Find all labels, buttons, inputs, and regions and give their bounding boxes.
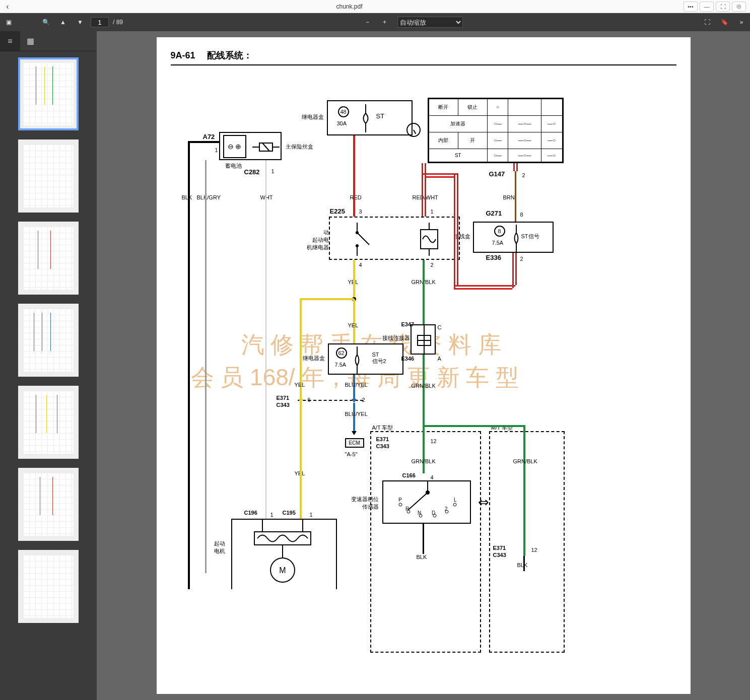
- wire-grnblk-4: GRN/BLK: [513, 458, 537, 464]
- thumbnail-4[interactable]: [18, 304, 79, 377]
- pin-c195-1: 1: [310, 512, 313, 518]
- svg-text:2: 2: [445, 506, 448, 512]
- ign-row-3a: 内部: [429, 132, 458, 149]
- page-total: / 89: [113, 19, 123, 26]
- wire-blk-mt: BLK: [517, 562, 528, 568]
- maximize-button[interactable]: ⛶: [716, 2, 730, 12]
- svg-text:P: P: [398, 497, 402, 503]
- pin-e371-12b: 12: [531, 547, 537, 553]
- sidebar: ≡ ▦: [0, 31, 97, 700]
- wire-brn: BRN: [503, 194, 515, 200]
- thumbnail-1[interactable]: [18, 57, 79, 130]
- thumbnails-tab[interactable]: ≡: [0, 31, 20, 51]
- tools-button[interactable]: »: [733, 13, 750, 31]
- ignition-table: 断开锁止○ 加速器○——○——○ 内部开○——○——○ ST○——○——○: [428, 98, 564, 163]
- starter-motor-label: 起动 电机: [214, 540, 225, 555]
- pin-g147-2: 2: [522, 172, 525, 178]
- relay-box-top-label: 继电器盒: [302, 113, 324, 121]
- starter-relay-label: 动 起动电 机继电器: [307, 229, 329, 251]
- grid-tab[interactable]: ▦: [20, 31, 40, 51]
- page-viewer[interactable]: 9A-61 配线系统： 汽 修 帮 手 在 线 资 料 库 会 员 168/ 年…: [97, 31, 750, 700]
- junction-connector: [411, 324, 436, 355]
- zoom-out-button[interactable]: −: [359, 13, 376, 31]
- trans-sensor-label: 变速器档位 传感器: [351, 496, 379, 511]
- main-fuse-box-label: 主保险丝盒: [286, 143, 313, 151]
- at-group: [370, 431, 481, 653]
- starter-motor: 起动 电机 M: [231, 519, 337, 589]
- wire-blk: BLK: [182, 194, 192, 200]
- presentation-button[interactable]: ⛶: [699, 13, 716, 31]
- junction-box-label: 接线盒: [454, 233, 470, 240]
- conn-c195: C195: [283, 510, 296, 516]
- conn-e225: E225: [330, 207, 345, 215]
- wire-yel-3: YEL: [295, 382, 305, 388]
- conn-e346: E346: [401, 356, 415, 362]
- conn-e347: E347: [401, 321, 415, 327]
- back-button[interactable]: ‹: [0, 2, 15, 11]
- pin-c282-1: 1: [271, 168, 275, 174]
- svg-rect-15: [254, 532, 311, 545]
- svg-point-9: [399, 503, 402, 506]
- at-label: A/T 车型: [372, 424, 393, 432]
- conn-e371-c: E371: [493, 545, 506, 551]
- relay-box-top: 继电器盒 48 30A ST: [327, 100, 413, 135]
- conn-c196: C196: [244, 510, 257, 516]
- fuse-8-amp: 7.5A: [492, 240, 504, 246]
- conn-c282: C282: [244, 168, 260, 176]
- sidebar-toggle-button[interactable]: ▣: [0, 13, 17, 31]
- prev-page-button[interactable]: ▲: [54, 13, 72, 31]
- thumbnail-5[interactable]: [18, 386, 79, 459]
- svg-point-1: [356, 244, 359, 247]
- more-button[interactable]: •••: [684, 2, 698, 12]
- pin-e225-2: 2: [431, 262, 434, 268]
- pin-e225-3: 3: [359, 208, 362, 215]
- wire-grnblk-2: GRN/BLK: [412, 383, 436, 389]
- wire-grnblk-3: GRN/BLK: [412, 458, 436, 464]
- junction-box: 接线盒 8 7.5A ST信号: [473, 222, 554, 253]
- battery-fuse-group: ⊖ ⊕ 蓄电池 主保险丝盒: [219, 132, 282, 160]
- conn-e336: E336: [486, 254, 501, 261]
- pin-c196-1: 1: [270, 512, 274, 518]
- thumbnail-7[interactable]: [18, 550, 79, 623]
- thumbnail-list[interactable]: [0, 51, 97, 700]
- conn-c343-a: C343: [277, 402, 290, 408]
- wire-blkgry: BLK/GRY: [197, 194, 221, 200]
- target-button[interactable]: ◎: [732, 2, 746, 12]
- ign-row-3b: 开: [458, 132, 487, 149]
- mt-group: [489, 431, 565, 653]
- next-page-button[interactable]: ▼: [72, 13, 89, 31]
- conn-g271: G271: [486, 209, 502, 217]
- section-number: 9A-61: [171, 50, 195, 60]
- pin-e225-4: 4: [359, 262, 362, 268]
- pin-a72-1: 1: [215, 147, 218, 153]
- bookmark-button[interactable]: 🔖: [716, 13, 733, 31]
- section-title: 配线系统：: [207, 50, 252, 60]
- pin-e225-1: 1: [431, 208, 434, 215]
- heading-rule: [171, 64, 676, 65]
- ign-col-1: 断开: [429, 99, 458, 116]
- conn-a72: A72: [203, 133, 215, 141]
- thumbnail-3[interactable]: [18, 222, 79, 295]
- wiring-diagram: 汽 修 帮 手 在 线 资 料 库 会 员 168/ 年，每 周 更 新 车 型…: [171, 73, 676, 692]
- wire-bluyel-1: BLU/YEL: [345, 382, 368, 388]
- svg-text:L: L: [454, 497, 457, 503]
- fuse-62-circle: 62: [336, 347, 347, 359]
- wire-blk-at: BLK: [417, 554, 427, 560]
- pin-e336-2: 2: [520, 256, 523, 262]
- thumbnail-6[interactable]: [18, 468, 79, 541]
- zoom-in-button[interactable]: +: [376, 13, 393, 31]
- thumbnail-2[interactable]: [18, 139, 79, 213]
- ign-row-2: 加速器: [429, 115, 488, 132]
- pin-e346-a: A: [438, 356, 441, 362]
- fuse-8-st: ST信号: [521, 233, 539, 240]
- zoom-select[interactable]: 自动缩放: [397, 17, 463, 28]
- search-button[interactable]: 🔍: [37, 13, 54, 31]
- link-arrow-icon: ⇔: [478, 495, 489, 510]
- page-number-input[interactable]: [91, 17, 109, 27]
- ecm-ref: "A-5": [345, 451, 358, 457]
- conn-c343-c: C343: [493, 552, 506, 558]
- wire-wht: WHT: [260, 194, 273, 200]
- trans-sensor: 变速器档位 传感器 PRND2L: [382, 480, 471, 524]
- wire-red: RED: [350, 194, 362, 200]
- minimize-button[interactable]: —: [700, 2, 714, 12]
